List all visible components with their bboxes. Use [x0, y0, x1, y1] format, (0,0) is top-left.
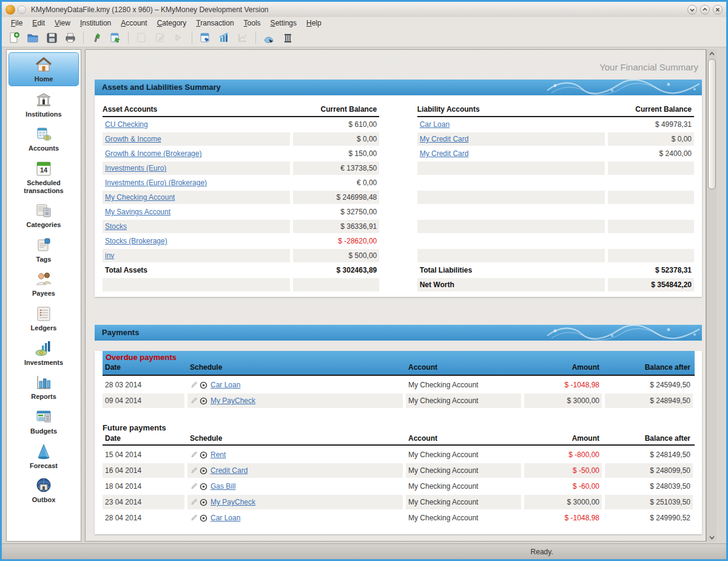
kmymoney-app-icon: [5, 5, 15, 15]
sidebar-item-institutions[interactable]: Institutions: [8, 88, 79, 121]
sidebar-item-accounts[interactable]: Accounts: [8, 122, 79, 155]
institutions-button[interactable]: [279, 30, 296, 46]
window-menu-button[interactable]: [18, 5, 26, 14]
sidebar-item-categories[interactable]: Categories: [8, 199, 79, 231]
column-header-balance-after: Balance after: [605, 433, 693, 444]
account-row: [417, 161, 694, 175]
sidebar-item-outbox[interactable]: Outbox: [8, 474, 79, 506]
schedule-link[interactable]: My PayCheck: [211, 396, 255, 405]
account-link[interactable]: Stocks: [105, 222, 127, 231]
window-title: KMyMoneyDataFile.kmy (1280 x 960) – KMyM…: [31, 5, 269, 14]
close-button[interactable]: [713, 5, 723, 15]
schedule-link[interactable]: Car Loan: [211, 514, 240, 522]
reports-button: [234, 30, 251, 46]
titlebar[interactable]: KMyMoneyDataFile.kmy (1280 x 960) – KMyM…: [2, 2, 726, 17]
menu-view[interactable]: View: [50, 18, 75, 28]
enter-schedule-icon[interactable]: [200, 514, 207, 522]
sidebar-item-scheduled-transactions[interactable]: 14 Scheduled transactions: [8, 157, 79, 197]
payees-button[interactable]: [260, 30, 277, 46]
menu-file[interactable]: File: [7, 18, 27, 28]
sidebar-item-home[interactable]: Home: [8, 52, 79, 86]
account-link[interactable]: My Credit Card: [420, 149, 469, 158]
sidebar-item-payees[interactable]: Payees: [8, 267, 79, 300]
edit-schedule-icon[interactable]: [190, 483, 198, 491]
sidebar-item-reports[interactable]: Reports: [8, 370, 79, 403]
schedule-link[interactable]: Gas Bill: [211, 482, 235, 491]
scroll-down-button[interactable]: [707, 533, 716, 542]
account-row: [417, 219, 694, 234]
account-link[interactable]: Growth & Income: [105, 135, 161, 143]
account-link[interactable]: Investments (Euro) (Brokerage): [105, 178, 207, 187]
scrollbar-thumb[interactable]: [708, 59, 716, 189]
scroll-up-button[interactable]: [707, 49, 716, 58]
schedule-link[interactable]: My PayCheck: [211, 498, 255, 506]
account-row: My Credit Card $ 2400,00: [417, 146, 694, 161]
menu-tools[interactable]: Tools: [240, 18, 265, 28]
edit-schedule-icon[interactable]: [190, 514, 198, 522]
enter-schedule-icon[interactable]: [200, 451, 207, 459]
vertical-scrollbar[interactable]: [706, 49, 716, 542]
enter-schedule-icon[interactable]: [200, 483, 207, 491]
schedule-link[interactable]: Credit Card: [211, 466, 248, 475]
sidebar-item-ledgers[interactable]: Ledgers: [8, 302, 79, 335]
payment-row: 18 04 2014 Gas Bill My Checking Account …: [103, 478, 695, 494]
home-icon: [35, 56, 53, 74]
enter-schedule-icon[interactable]: [200, 498, 207, 506]
enter-schedule-icon[interactable]: [200, 467, 207, 475]
column-header-account: Account: [406, 433, 521, 444]
edit-icon: [155, 32, 166, 43]
menu-category[interactable]: Category: [153, 18, 191, 28]
edit-schedule-icon[interactable]: [190, 498, 198, 506]
sidebar-item-budgets[interactable]: Budgets: [8, 405, 79, 438]
ledger-icon: [199, 32, 211, 44]
schedule-link[interactable]: Rent: [211, 450, 226, 459]
sidebar-item-investments[interactable]: Investments: [8, 336, 79, 369]
account-link[interactable]: My Savings Account: [105, 208, 170, 216]
account-link[interactable]: Stocks (Brokerage): [105, 237, 167, 245]
edit-schedule-icon[interactable]: [190, 467, 198, 475]
account-balance: $ 246998,48: [337, 193, 377, 202]
account-link[interactable]: Growth & Income (Brokerage): [105, 149, 201, 158]
ledgers-button[interactable]: [197, 30, 214, 46]
account-link[interactable]: My Credit Card: [420, 135, 469, 143]
enter-schedule-icon[interactable]: [200, 397, 207, 405]
account-link[interactable]: Investments (Euro): [105, 164, 166, 172]
outbox-icon: [35, 477, 53, 495]
menu-institution[interactable]: Institution: [76, 18, 115, 28]
maximize-button[interactable]: [700, 5, 710, 15]
new-account-button[interactable]: [107, 30, 124, 46]
empty-row: [103, 277, 379, 292]
column-header-current-balance: Current Balance: [293, 105, 379, 114]
sidebar-item-label: Reports: [31, 393, 56, 401]
investments-button[interactable]: [215, 30, 232, 46]
account-link[interactable]: inv: [105, 251, 114, 260]
menu-transaction[interactable]: Transaction: [192, 18, 238, 28]
payment-row: 09 04 2014 My PayCheck My Checking Accou…: [103, 393, 695, 409]
menu-help[interactable]: Help: [302, 18, 326, 28]
edit-schedule-icon[interactable]: [190, 381, 198, 389]
sidebar-item-forecast[interactable]: Forecast: [8, 440, 79, 472]
schedule-link[interactable]: Car Loan: [211, 381, 240, 389]
account-row: Stocks (Brokerage) $ -28620,00: [103, 234, 379, 248]
new-file-button[interactable]: [5, 30, 22, 46]
account-link[interactable]: Car Loan: [420, 120, 450, 129]
account-link[interactable]: My Checking Account: [105, 193, 175, 202]
payment-date: 28 03 2014: [103, 378, 184, 392]
edit-schedule-icon[interactable]: [190, 451, 198, 459]
account-link[interactable]: CU Checking: [105, 120, 148, 129]
menu-settings[interactable]: Settings: [266, 18, 301, 28]
print-button[interactable]: [62, 30, 79, 46]
minimize-button[interactable]: [687, 5, 697, 15]
save-file-button[interactable]: [43, 30, 60, 46]
account-balance: $ 36336,91: [340, 222, 377, 231]
menu-edit[interactable]: Edit: [28, 18, 49, 28]
scrollbar-track[interactable]: [708, 58, 716, 533]
edit-schedule-icon[interactable]: [190, 397, 198, 405]
payment-balance: $ 251039,50: [605, 495, 693, 509]
account-row: [417, 234, 694, 248]
sidebar-item-tags[interactable]: Tags: [8, 233, 79, 266]
menu-account[interactable]: Account: [116, 18, 151, 28]
new-institution-button[interactable]: [88, 30, 105, 46]
enter-schedule-icon[interactable]: [200, 381, 207, 389]
open-file-button[interactable]: [24, 30, 41, 46]
